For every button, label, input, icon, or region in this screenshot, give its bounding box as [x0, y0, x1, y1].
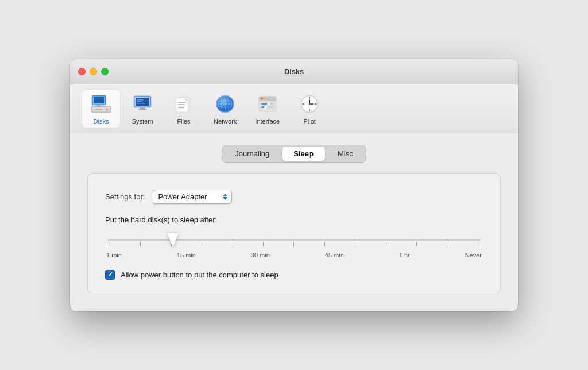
- toolbar-item-interface[interactable]: Interface: [247, 89, 288, 128]
- checkbox-row: ✓ Allow power button to put the computer…: [105, 270, 483, 280]
- svg-rect-13: [137, 101, 142, 102]
- toolbar-label-interface: Interface: [255, 118, 280, 125]
- tab-misc[interactable]: Misc: [326, 147, 365, 161]
- svg-rect-16: [138, 109, 146, 110]
- toolbar-item-pilot[interactable]: Pilot: [290, 89, 329, 128]
- svg-rect-12: [137, 99, 144, 101]
- toolbar-label-pilot: Pilot: [303, 118, 315, 125]
- slider-track-wrapper: [105, 232, 483, 248]
- window-controls: [78, 68, 109, 75]
- checkbox-checkmark: ✓: [107, 271, 113, 278]
- tick-4: [202, 242, 202, 246]
- checkbox-label: Allow power button to put the computer t…: [121, 271, 278, 279]
- tick-11: [416, 242, 417, 246]
- slider-thumb[interactable]: [167, 232, 179, 248]
- slider-ticks: [110, 239, 478, 241]
- minimize-button[interactable]: [90, 68, 97, 75]
- slider-label-1hr: 1 hr: [399, 252, 410, 259]
- slider-label-15min: 15 min: [177, 252, 196, 259]
- content-area: Journaling Sleep Misc Settings for: Batt…: [70, 133, 518, 311]
- window-title: Disks: [284, 67, 304, 76]
- tick-2: [140, 242, 141, 246]
- tab-bar: Journaling Sleep Misc: [87, 145, 501, 163]
- tick-10: [386, 242, 386, 246]
- settings-for-label: Settings for:: [105, 192, 145, 201]
- svg-rect-6: [94, 109, 103, 110]
- toolbar-label-disks: Disks: [94, 118, 109, 125]
- disks-icon: [90, 92, 113, 115]
- settings-select-wrapper: Battery Power Adapter: [152, 190, 232, 204]
- settings-for-select[interactable]: Battery Power Adapter: [152, 190, 232, 204]
- settings-for-row: Settings for: Battery Power Adapter: [105, 190, 483, 204]
- slider-label-never: Never: [465, 252, 482, 259]
- tab-journaling[interactable]: Journaling: [223, 147, 281, 161]
- thumb-shape: [167, 233, 179, 247]
- tab-sleep[interactable]: Sleep: [282, 147, 325, 161]
- svg-rect-2: [94, 97, 104, 103]
- settings-panel: Settings for: Battery Power Adapter Put …: [87, 173, 501, 294]
- toolbar-item-network[interactable]: Network: [206, 89, 245, 128]
- slider-label-45min: 45 min: [325, 252, 344, 259]
- app-window: Disks: [70, 59, 518, 311]
- toolbar: Disks System: [70, 84, 518, 133]
- svg-rect-23: [178, 102, 186, 103]
- slider-labels: 1 min 15 min 30 min 45 min 1 hr Never: [105, 252, 483, 259]
- svg-rect-26: [178, 107, 184, 108]
- close-button[interactable]: [78, 68, 86, 75]
- slider-container: 1 min 15 min 30 min 45 min 1 hr Never: [105, 232, 483, 259]
- svg-point-38: [261, 97, 263, 99]
- tick-6: [263, 242, 264, 246]
- svg-rect-14: [137, 103, 145, 104]
- svg-point-5: [106, 108, 108, 110]
- tick-7: [293, 242, 294, 246]
- sleep-section-title: Put the hard disk(s) to sleep after:: [105, 215, 483, 224]
- toolbar-item-system[interactable]: System: [123, 89, 162, 128]
- svg-point-54: [309, 103, 311, 105]
- sleep-section: Put the hard disk(s) to sleep after:: [105, 215, 483, 259]
- interface-icon: [256, 92, 279, 115]
- power-button-checkbox[interactable]: ✓: [105, 270, 115, 280]
- svg-point-42: [267, 102, 270, 105]
- tick-13: [478, 242, 478, 246]
- svg-point-45: [264, 105, 268, 109]
- svg-rect-25: [178, 106, 185, 106]
- tick-12: [447, 242, 447, 246]
- toolbar-item-files[interactable]: Files: [164, 89, 203, 128]
- tab-group: Journaling Sleep Misc: [222, 145, 366, 163]
- toolbar-label-network: Network: [214, 118, 237, 125]
- maximize-button[interactable]: [101, 68, 109, 75]
- toolbar-label-files: Files: [177, 118, 190, 125]
- tick-9: [355, 242, 355, 246]
- slider-label-1min: 1 min: [106, 252, 122, 259]
- tick-5: [233, 242, 233, 246]
- svg-point-39: [264, 97, 266, 99]
- files-icon: [172, 92, 195, 115]
- svg-rect-24: [178, 104, 184, 105]
- system-icon: [131, 92, 154, 115]
- tick-8: [324, 242, 325, 246]
- toolbar-label-system: System: [132, 118, 153, 125]
- svg-rect-8: [95, 106, 102, 107]
- network-icon: [214, 92, 237, 115]
- tick-1: [110, 242, 110, 246]
- toolbar-item-disks[interactable]: Disks: [82, 89, 121, 128]
- titlebar: Disks: [70, 59, 518, 84]
- slider-label-30min: 30 min: [251, 252, 270, 259]
- slider-track: [107, 239, 481, 241]
- pilot-icon: [298, 92, 321, 115]
